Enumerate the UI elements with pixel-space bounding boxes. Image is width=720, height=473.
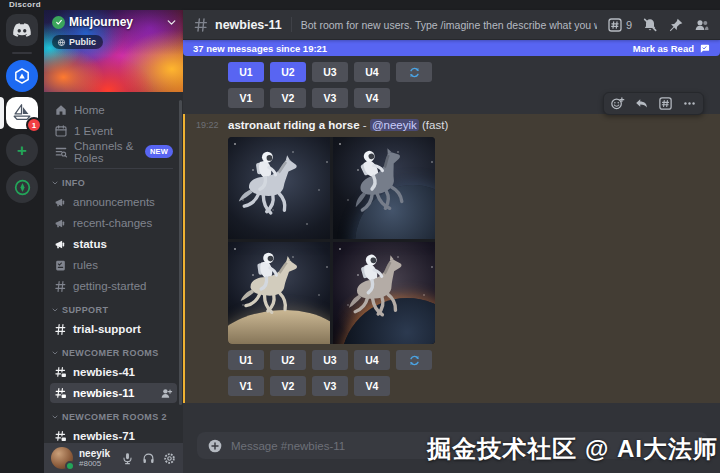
- user-info[interactable]: neeyik #8005: [79, 448, 110, 469]
- pin-icon[interactable]: [668, 17, 684, 33]
- channel-label: newbies-11: [73, 387, 134, 399]
- button-v4[interactable]: V4: [354, 376, 390, 396]
- invite-person-add-icon[interactable]: [160, 387, 173, 400]
- gear-icon[interactable]: [163, 452, 176, 465]
- astronaut-horse-art-3: [228, 242, 330, 344]
- megaphone-icon: [54, 196, 67, 209]
- reroll-button[interactable]: [396, 62, 432, 82]
- sidebar-item-channels-roles[interactable]: Channels & Roles NEW: [50, 141, 177, 162]
- discord-home-button[interactable]: [6, 14, 38, 46]
- server-button-blue[interactable]: [6, 60, 38, 92]
- explore-servers-button[interactable]: [6, 171, 38, 203]
- unread-messages-banner[interactable]: 37 new messages since 19:21 Mark as Read: [183, 40, 720, 56]
- members-icon[interactable]: [694, 17, 710, 33]
- compass-icon: [13, 178, 32, 197]
- create-thread-icon[interactable]: [658, 96, 673, 111]
- chevron-down-icon: [51, 179, 59, 187]
- generated-image-4[interactable]: [333, 242, 435, 344]
- separator: -: [363, 119, 367, 131]
- variation-button-row: V1 V2 V3 V4: [228, 376, 720, 396]
- generated-image-grid[interactable]: [228, 137, 435, 344]
- window-titlebar: Discord: [0, 0, 720, 10]
- server-button-midjourney[interactable]: 1: [6, 97, 38, 129]
- hashtag-bot-icon: [54, 430, 67, 443]
- button-v4[interactable]: V4: [354, 88, 390, 108]
- bell-muted-icon[interactable]: [642, 17, 658, 33]
- message-content: astronaut riding a horse - @neeyik (fast…: [228, 117, 720, 133]
- server-banner[interactable]: Midjourney Public: [44, 10, 183, 92]
- section-title: NEWCOMER ROOMS: [62, 348, 159, 358]
- server-name: Midjourney: [69, 15, 133, 29]
- rail-item-server-blue: [0, 60, 44, 92]
- channel-newbies-11[interactable]: newbies-11: [50, 383, 177, 403]
- section-title: INFO: [62, 178, 85, 188]
- rail-item-home: [0, 14, 44, 46]
- button-v1[interactable]: V1: [228, 88, 264, 108]
- sidebar-item-events[interactable]: 1 Event: [50, 120, 177, 141]
- chevron-down-icon: [51, 306, 59, 314]
- channel-announcements[interactable]: announcements: [50, 192, 177, 212]
- mic-icon[interactable]: [121, 452, 134, 465]
- button-u1[interactable]: U1: [228, 62, 264, 82]
- button-u3[interactable]: U3: [312, 62, 348, 82]
- mark-as-read-button[interactable]: Mark as Read: [633, 43, 710, 54]
- generated-image-3[interactable]: [228, 242, 330, 344]
- generated-image-2[interactable]: [333, 137, 435, 239]
- unread-text: 37 new messages since 19:21: [193, 43, 327, 54]
- button-v1[interactable]: V1: [228, 376, 264, 396]
- button-u4[interactable]: U4: [354, 350, 390, 370]
- reply-icon[interactable]: [634, 96, 649, 111]
- channel-getting-started[interactable]: getting-started: [50, 276, 177, 296]
- section-header-info[interactable]: INFO: [44, 170, 183, 191]
- generated-image-1[interactable]: [228, 137, 330, 239]
- channel-newbies-41[interactable]: newbies-41: [50, 362, 177, 382]
- threads-icon[interactable]: [607, 17, 623, 33]
- channel-topic[interactable]: Bot room for new users. Type /imagine th…: [301, 19, 597, 31]
- button-u2[interactable]: U2: [270, 350, 306, 370]
- avatar[interactable]: [51, 447, 73, 469]
- channel-label: announcements: [73, 196, 155, 208]
- button-u1[interactable]: U1: [228, 350, 264, 370]
- channel-newbies-71[interactable]: newbies-71: [50, 426, 177, 443]
- server-header[interactable]: Midjourney: [52, 15, 178, 29]
- hashtag-icon: [193, 17, 209, 33]
- headphones-icon[interactable]: [142, 452, 155, 465]
- message-hover-toolbar: [603, 92, 704, 115]
- plus-icon: +: [17, 142, 27, 159]
- add-reaction-icon[interactable]: [610, 96, 625, 111]
- public-badge: Public: [52, 35, 103, 49]
- button-v3[interactable]: V3: [312, 376, 348, 396]
- sidebar-item-home[interactable]: Home: [50, 99, 177, 120]
- attach-plus-icon[interactable]: [207, 438, 223, 454]
- hashtag-icon: [54, 280, 67, 293]
- section-header-support[interactable]: SUPPORT: [44, 297, 183, 318]
- reroll-button[interactable]: [396, 350, 432, 370]
- chevron-down-icon: [51, 349, 59, 357]
- chevron-down-icon[interactable]: [165, 16, 178, 29]
- header-toolbar: 9: [603, 17, 710, 33]
- section-header-newcomer-rooms[interactable]: NEWCOMER ROOMS: [44, 340, 183, 361]
- user-mention[interactable]: @neeyik: [370, 119, 419, 131]
- chat-area: U1 U2 U3 U4 V1 V2 V3 V4 19:22 astronaut …: [183, 56, 720, 473]
- channel-label: newbies-71: [73, 430, 135, 442]
- channel-recent-changes[interactable]: recent-changes: [50, 213, 177, 233]
- button-v3[interactable]: V3: [312, 88, 348, 108]
- window-title: Discord: [9, 0, 41, 9]
- channel-status[interactable]: status: [50, 234, 177, 254]
- user-actions: [121, 452, 176, 465]
- section-header-newcomer-rooms-2[interactable]: NEWCOMER ROOMS 2: [44, 404, 183, 425]
- button-v2[interactable]: V2: [270, 88, 306, 108]
- upscale-button-row: U1 U2 U3 U4: [228, 350, 720, 370]
- button-v2[interactable]: V2: [270, 376, 306, 396]
- button-u4[interactable]: U4: [354, 62, 390, 82]
- channel-rules[interactable]: rules: [50, 255, 177, 275]
- button-u3[interactable]: U3: [312, 350, 348, 370]
- astronaut-horse-art-4: [333, 242, 435, 344]
- sidebar-scrollbar[interactable]: [179, 100, 182, 405]
- add-server-button[interactable]: +: [6, 134, 38, 166]
- divider: [54, 168, 173, 169]
- rail-item-explore: [0, 171, 44, 203]
- button-u2[interactable]: U2: [270, 62, 306, 82]
- channel-trial-support[interactable]: trial-support: [50, 319, 177, 339]
- more-options-icon[interactable]: [682, 96, 697, 111]
